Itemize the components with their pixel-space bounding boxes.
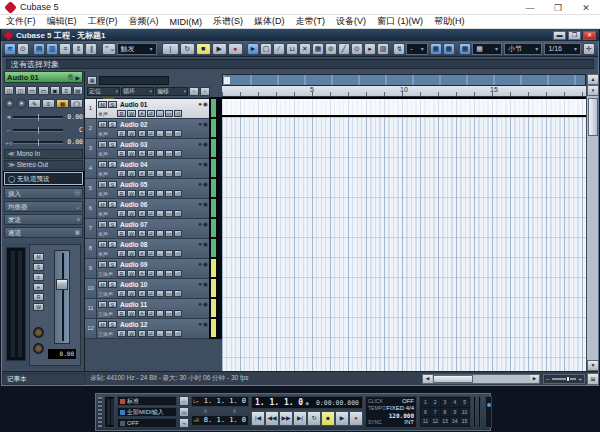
write-automation-button[interactable]: W (127, 110, 136, 117)
track-row[interactable]: 11 M S Audio 11 ● ◉ 立体声 R W e⇄↔▭◁ (85, 299, 209, 319)
track-mini-icon-1[interactable]: ⇄ (147, 210, 155, 217)
inspector-button-3[interactable]: ▭ (27, 86, 37, 95)
solo-button[interactable]: S (108, 261, 117, 268)
track-mini-icon-2[interactable]: ↔ (156, 230, 164, 237)
timewarp-tool[interactable]: ╱ (338, 43, 350, 55)
marker-button-9[interactable]: 9 (450, 408, 459, 417)
menu-item-5[interactable]: 乐谱(S) (213, 15, 243, 28)
track-mini-icon-3[interactable]: ▭ (165, 270, 173, 277)
channel-section[interactable]: ▣通道 (4, 227, 83, 238)
glue-tool[interactable]: ⊔ (286, 43, 298, 55)
zoom-out-icon[interactable]: − (544, 376, 550, 382)
transport-forward-button[interactable]: ▶▶ (279, 411, 293, 426)
track-mini-icon-4[interactable]: ◁ (174, 210, 182, 217)
transport-rewind-button[interactable]: ◀◀ (265, 411, 279, 426)
track-mini-icon-1[interactable]: ⇄ (147, 230, 155, 237)
bypass-icon[interactable]: ⓔ (75, 189, 81, 198)
track-mini-icon-2[interactable]: ↔ (156, 210, 164, 217)
horizontal-scroll-thumb[interactable] (433, 375, 473, 383)
zoom-slider-handle[interactable] (566, 376, 570, 382)
write-automation-button[interactable]: W (127, 330, 136, 337)
zoom-slider-widget[interactable]: − + (543, 374, 585, 384)
track-mini-icon-1[interactable]: ⇄ (147, 290, 155, 297)
record-enable-indicator[interactable]: ● (198, 121, 202, 128)
monitor-indicator[interactable]: ◉ (203, 321, 208, 328)
mute-button[interactable]: M (98, 281, 107, 288)
snap-type-dropdown[interactable]: ▦ ▾ (472, 43, 502, 55)
record-enable-indicator[interactable]: ● (198, 281, 202, 288)
track-mini-icon-0[interactable]: e (138, 270, 146, 277)
record-enable-indicator[interactable]: ● (198, 161, 202, 168)
track-row[interactable]: 10 M S Audio 10 ● ◉ 立体声 R W e⇄↔▭◁ (85, 279, 209, 299)
record-mode-selector[interactable]: 标准 (117, 396, 177, 406)
position-display[interactable]: 1. 1. 1. 0 ◆ 0:00:00.000 (251, 396, 363, 409)
track-mini-icon-4[interactable]: ◁ (174, 190, 182, 197)
record-enable-indicator[interactable]: ● (198, 301, 202, 308)
monitor-indicator[interactable]: ◉ (203, 181, 208, 188)
zoom-tool[interactable]: ▦ (312, 43, 324, 55)
write-automation-button[interactable]: W (127, 190, 136, 197)
track-mini-icon-1[interactable]: ⇄ (147, 270, 155, 277)
inspector-button-4[interactable]: ▭ (38, 86, 48, 95)
channel-fader[interactable] (54, 250, 70, 344)
inspector-button2-1[interactable]: ● (4, 98, 15, 109)
sync-value[interactable]: INT (404, 419, 414, 426)
event-display-grid[interactable] (222, 97, 586, 371)
play-tool[interactable]: ▸ (364, 43, 376, 55)
inspector-button2-3[interactable]: ✎ (28, 99, 41, 108)
record-enable-indicator[interactable]: ● (198, 221, 202, 228)
track-mini-icon-3[interactable]: ▭ (165, 170, 173, 177)
inserts-section[interactable]: ⓔ插入 (4, 188, 83, 199)
vertical-scroll-thumb[interactable] (588, 98, 598, 136)
project-overview-strip[interactable] (222, 74, 586, 86)
solo-button[interactable]: S (108, 121, 117, 128)
automation-mode-dropdown[interactable]: 触发 ▾ (117, 43, 157, 55)
marker-button-7[interactable]: 7 (431, 408, 440, 417)
read-automation-button[interactable]: R (117, 110, 126, 117)
track-mini-icon-4[interactable]: ◁ (174, 170, 182, 177)
marker-button-11[interactable]: 11 (421, 417, 430, 426)
track-mini-icon-1[interactable]: ⇄ (147, 310, 155, 317)
mute-button[interactable]: M (98, 241, 107, 248)
auto-quantize-selector[interactable]: OFF (117, 418, 177, 428)
write-automation-button[interactable]: W (127, 270, 136, 277)
monitor-indicator[interactable]: ◉ (203, 281, 208, 288)
track-mini-icon-3[interactable]: ▭ (165, 150, 173, 157)
snap-on-button[interactable]: ▦ (430, 43, 442, 55)
track-mini-icon-0[interactable]: e (138, 150, 146, 157)
record-enable-indicator[interactable]: ● (198, 141, 202, 148)
monitor-indicator[interactable]: ◉ (203, 301, 208, 308)
record-enable-indicator[interactable]: ● (198, 261, 202, 268)
inspector-button2-4[interactable]: ≡ (42, 99, 55, 108)
track-mini-icon-0[interactable]: e (138, 290, 146, 297)
mute-tool[interactable]: ⊘ (325, 43, 337, 55)
horizontal-scrollbar[interactable]: ◀ ▶ (422, 374, 540, 384)
track-mini-icon-2[interactable]: ↔ (156, 330, 164, 337)
toolbar-record-button[interactable]: ● (228, 43, 243, 55)
position-format-icon[interactable]: ◆ (305, 400, 309, 406)
transport-goto-end-button[interactable]: ▶| (293, 411, 307, 426)
menu-item-3[interactable]: 音频(A) (129, 15, 159, 28)
output-routing-row[interactable]: ≫ Stereo Out (4, 160, 83, 170)
open-pool-button[interactable]: ▥ (46, 43, 58, 55)
solo-button[interactable]: S (108, 301, 117, 308)
read-automation-button[interactable]: R (117, 190, 126, 197)
marker-button-13[interactable]: 13 (441, 417, 450, 426)
punch-in-button[interactable]: ⌐ (179, 396, 189, 406)
track-mini-icon-0[interactable]: e (138, 130, 146, 137)
mute-button[interactable]: M (98, 121, 107, 128)
solo-button[interactable]: S (108, 141, 117, 148)
erase-tool[interactable]: ✕ (299, 43, 311, 55)
track-mini-icon-2[interactable]: ↔ (156, 290, 164, 297)
selected-track-lane[interactable] (222, 97, 586, 117)
track-mini-icon-1[interactable]: ⇄ (147, 190, 155, 197)
track-mini-icon-0[interactable]: e (138, 110, 146, 117)
solo-button[interactable]: S (108, 161, 117, 168)
solo-button[interactable]: S (108, 281, 117, 288)
automation-follow-button[interactable]: ⌃⌄ (102, 43, 116, 55)
track-row[interactable]: 1 M S Audio 01 ● ◉ 单声 R W e⇄↔▭◁ (85, 99, 209, 119)
transport-goto-start-button[interactable]: |◀ (251, 411, 265, 426)
mute-button[interactable]: M (98, 181, 107, 188)
toolbar-goto-locator-button[interactable]: |◀▶| (162, 43, 179, 55)
transport-stop-button[interactable]: ■ (321, 411, 335, 426)
